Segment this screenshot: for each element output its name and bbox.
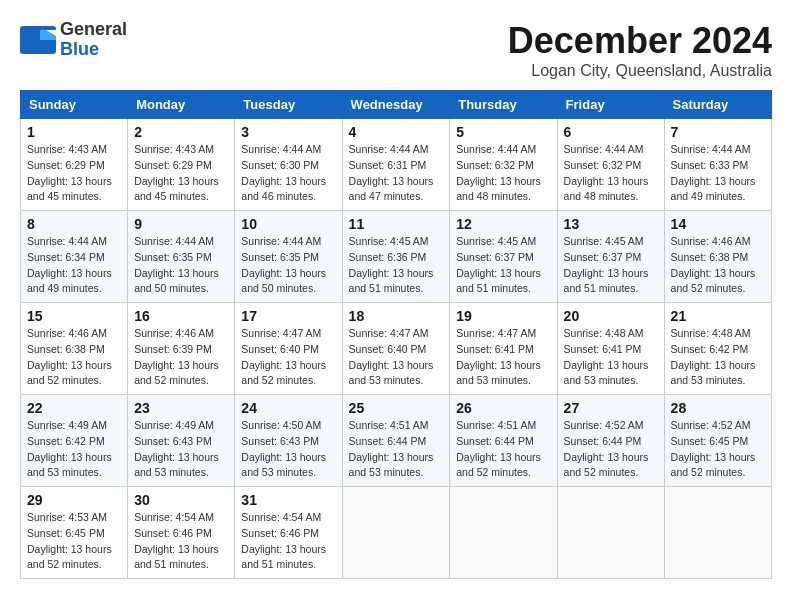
day-number: 26 [456,400,550,416]
column-header-tuesday: Tuesday [235,91,342,119]
calendar-cell: 17 Sunrise: 4:47 AM Sunset: 6:40 PM Dayl… [235,303,342,395]
calendar-cell: 21 Sunrise: 4:48 AM Sunset: 6:42 PM Dayl… [664,303,771,395]
calendar-cell: 13 Sunrise: 4:45 AM Sunset: 6:37 PM Dayl… [557,211,664,303]
calendar-cell: 29 Sunrise: 4:53 AM Sunset: 6:45 PM Dayl… [21,487,128,579]
calendar-cell: 22 Sunrise: 4:49 AM Sunset: 6:42 PM Dayl… [21,395,128,487]
calendar-cell: 19 Sunrise: 4:47 AM Sunset: 6:41 PM Dayl… [450,303,557,395]
column-header-thursday: Thursday [450,91,557,119]
calendar-cell [342,487,450,579]
day-info: Sunrise: 4:47 AM Sunset: 6:41 PM Dayligh… [456,326,550,389]
calendar-cell: 8 Sunrise: 4:44 AM Sunset: 6:34 PM Dayli… [21,211,128,303]
calendar-cell: 14 Sunrise: 4:46 AM Sunset: 6:38 PM Dayl… [664,211,771,303]
day-info: Sunrise: 4:44 AM Sunset: 6:31 PM Dayligh… [349,142,444,205]
day-info: Sunrise: 4:47 AM Sunset: 6:40 PM Dayligh… [241,326,335,389]
day-number: 22 [27,400,121,416]
page-header: General Blue December 2024 Logan City, Q… [20,20,772,80]
calendar-cell: 27 Sunrise: 4:52 AM Sunset: 6:44 PM Dayl… [557,395,664,487]
location-title: Logan City, Queensland, Australia [508,62,772,80]
calendar-cell [557,487,664,579]
day-info: Sunrise: 4:46 AM Sunset: 6:39 PM Dayligh… [134,326,228,389]
day-number: 29 [27,492,121,508]
calendar-cell: 24 Sunrise: 4:50 AM Sunset: 6:43 PM Dayl… [235,395,342,487]
logo: General Blue [20,20,127,60]
day-info: Sunrise: 4:44 AM Sunset: 6:32 PM Dayligh… [456,142,550,205]
calendar-cell: 16 Sunrise: 4:46 AM Sunset: 6:39 PM Dayl… [128,303,235,395]
calendar-cell: 28 Sunrise: 4:52 AM Sunset: 6:45 PM Dayl… [664,395,771,487]
day-info: Sunrise: 4:47 AM Sunset: 6:40 PM Dayligh… [349,326,444,389]
day-info: Sunrise: 4:45 AM Sunset: 6:37 PM Dayligh… [564,234,658,297]
day-info: Sunrise: 4:48 AM Sunset: 6:42 PM Dayligh… [671,326,765,389]
day-info: Sunrise: 4:54 AM Sunset: 6:46 PM Dayligh… [134,510,228,573]
day-number: 21 [671,308,765,324]
day-number: 19 [456,308,550,324]
column-header-saturday: Saturday [664,91,771,119]
day-number: 24 [241,400,335,416]
day-number: 12 [456,216,550,232]
day-info: Sunrise: 4:46 AM Sunset: 6:38 PM Dayligh… [671,234,765,297]
calendar-cell: 20 Sunrise: 4:48 AM Sunset: 6:41 PM Dayl… [557,303,664,395]
calendar-cell: 30 Sunrise: 4:54 AM Sunset: 6:46 PM Dayl… [128,487,235,579]
calendar-week-4: 22 Sunrise: 4:49 AM Sunset: 6:42 PM Dayl… [21,395,772,487]
day-number: 25 [349,400,444,416]
day-number: 18 [349,308,444,324]
day-number: 27 [564,400,658,416]
day-number: 20 [564,308,658,324]
day-number: 30 [134,492,228,508]
day-info: Sunrise: 4:51 AM Sunset: 6:44 PM Dayligh… [456,418,550,481]
calendar-cell: 23 Sunrise: 4:49 AM Sunset: 6:43 PM Dayl… [128,395,235,487]
calendar-week-2: 8 Sunrise: 4:44 AM Sunset: 6:34 PM Dayli… [21,211,772,303]
month-title: December 2024 [508,20,772,62]
day-number: 17 [241,308,335,324]
calendar-cell: 5 Sunrise: 4:44 AM Sunset: 6:32 PM Dayli… [450,119,557,211]
day-number: 31 [241,492,335,508]
day-info: Sunrise: 4:53 AM Sunset: 6:45 PM Dayligh… [27,510,121,573]
day-number: 13 [564,216,658,232]
day-number: 15 [27,308,121,324]
day-info: Sunrise: 4:52 AM Sunset: 6:44 PM Dayligh… [564,418,658,481]
calendar-cell: 10 Sunrise: 4:44 AM Sunset: 6:35 PM Dayl… [235,211,342,303]
calendar-cell: 2 Sunrise: 4:43 AM Sunset: 6:29 PM Dayli… [128,119,235,211]
day-info: Sunrise: 4:46 AM Sunset: 6:38 PM Dayligh… [27,326,121,389]
title-area: December 2024 Logan City, Queensland, Au… [508,20,772,80]
logo-icon [20,26,56,54]
calendar-cell: 9 Sunrise: 4:44 AM Sunset: 6:35 PM Dayli… [128,211,235,303]
column-header-monday: Monday [128,91,235,119]
calendar-week-1: 1 Sunrise: 4:43 AM Sunset: 6:29 PM Dayli… [21,119,772,211]
calendar-cell: 7 Sunrise: 4:44 AM Sunset: 6:33 PM Dayli… [664,119,771,211]
calendar-cell: 15 Sunrise: 4:46 AM Sunset: 6:38 PM Dayl… [21,303,128,395]
calendar-cell: 11 Sunrise: 4:45 AM Sunset: 6:36 PM Dayl… [342,211,450,303]
calendar-cell: 26 Sunrise: 4:51 AM Sunset: 6:44 PM Dayl… [450,395,557,487]
day-info: Sunrise: 4:44 AM Sunset: 6:34 PM Dayligh… [27,234,121,297]
day-info: Sunrise: 4:44 AM Sunset: 6:35 PM Dayligh… [134,234,228,297]
day-number: 16 [134,308,228,324]
day-number: 2 [134,124,228,140]
day-info: Sunrise: 4:45 AM Sunset: 6:36 PM Dayligh… [349,234,444,297]
day-info: Sunrise: 4:43 AM Sunset: 6:29 PM Dayligh… [27,142,121,205]
calendar-week-5: 29 Sunrise: 4:53 AM Sunset: 6:45 PM Dayl… [21,487,772,579]
day-info: Sunrise: 4:50 AM Sunset: 6:43 PM Dayligh… [241,418,335,481]
day-number: 5 [456,124,550,140]
day-info: Sunrise: 4:49 AM Sunset: 6:43 PM Dayligh… [134,418,228,481]
day-number: 1 [27,124,121,140]
calendar-cell: 1 Sunrise: 4:43 AM Sunset: 6:29 PM Dayli… [21,119,128,211]
calendar-cell: 6 Sunrise: 4:44 AM Sunset: 6:32 PM Dayli… [557,119,664,211]
calendar-cell [664,487,771,579]
day-info: Sunrise: 4:44 AM Sunset: 6:32 PM Dayligh… [564,142,658,205]
calendar-cell: 31 Sunrise: 4:54 AM Sunset: 6:46 PM Dayl… [235,487,342,579]
day-number: 14 [671,216,765,232]
column-header-friday: Friday [557,91,664,119]
calendar-cell: 4 Sunrise: 4:44 AM Sunset: 6:31 PM Dayli… [342,119,450,211]
calendar-cell: 18 Sunrise: 4:47 AM Sunset: 6:40 PM Dayl… [342,303,450,395]
column-header-sunday: Sunday [21,91,128,119]
logo-blue: Blue [60,40,127,60]
calendar-week-3: 15 Sunrise: 4:46 AM Sunset: 6:38 PM Dayl… [21,303,772,395]
calendar-cell [450,487,557,579]
day-number: 9 [134,216,228,232]
day-info: Sunrise: 4:52 AM Sunset: 6:45 PM Dayligh… [671,418,765,481]
day-number: 11 [349,216,444,232]
day-info: Sunrise: 4:44 AM Sunset: 6:33 PM Dayligh… [671,142,765,205]
day-info: Sunrise: 4:49 AM Sunset: 6:42 PM Dayligh… [27,418,121,481]
logo-general: General [60,20,127,40]
day-number: 10 [241,216,335,232]
calendar-cell: 25 Sunrise: 4:51 AM Sunset: 6:44 PM Dayl… [342,395,450,487]
